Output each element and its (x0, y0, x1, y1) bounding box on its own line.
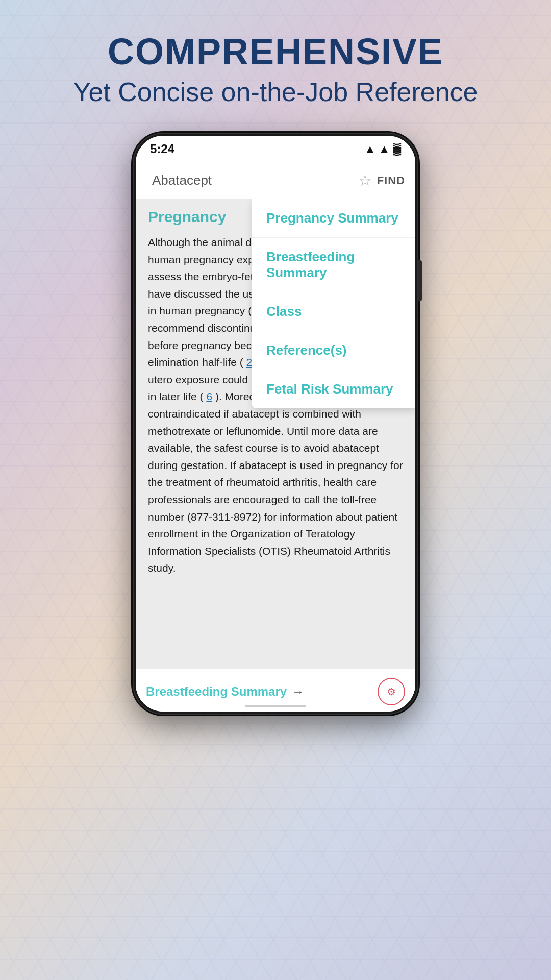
favorite-icon[interactable]: ☆ (358, 172, 372, 189)
drug-name-display: Abatacept (146, 168, 353, 192)
filter-button[interactable]: ⚙ (378, 678, 405, 705)
dropdown-item-class[interactable]: Class (252, 292, 415, 331)
page-header: COMPREHENSIVE Yet Concise on-the-Job Ref… (0, 0, 551, 122)
filter-icon: ⚙ (387, 685, 396, 698)
dropdown-item-references[interactable]: Reference(s) (252, 331, 415, 370)
bottom-link-label: Breastfeeding Summary (146, 684, 287, 699)
phone-frame: 5:24 ▲ ▲ ▓ Abatacept ☆ FIND Pregnancy Al… (133, 133, 418, 715)
home-indicator (245, 705, 306, 707)
dropdown-item-fetal-risk[interactable]: Fetal Risk Summary (252, 370, 415, 408)
find-button[interactable]: FIND (377, 174, 405, 187)
search-bar[interactable]: Abatacept ☆ FIND (136, 162, 415, 199)
dropdown-item-pregnancy-summary[interactable]: Pregnancy Summary (252, 199, 415, 238)
dropdown-item-breastfeeding-summary[interactable]: Breastfeeding Summary (252, 238, 415, 292)
breastfeeding-summary-link[interactable]: Breastfeeding Summary → (146, 684, 304, 699)
phone-screen: 5:24 ▲ ▲ ▓ Abatacept ☆ FIND Pregnancy Al… (136, 136, 415, 712)
power-button (418, 260, 422, 301)
wifi-icon: ▲ (364, 142, 375, 156)
battery-icon: ▓ (393, 142, 401, 156)
header-title: COMPREHENSIVE (10, 31, 541, 72)
time-display: 5:24 (150, 142, 174, 156)
content-area: Pregnancy Although the animal data sugge… (136, 199, 415, 669)
status-bar: 5:24 ▲ ▲ ▓ (136, 136, 415, 162)
dropdown-menu: Pregnancy Summary Breastfeeding Summary … (252, 199, 415, 408)
signal-icon: ▲ (379, 142, 390, 156)
header-subtitle: Yet Concise on-the-Job Reference (10, 77, 541, 107)
arrow-icon: → (292, 684, 304, 699)
status-icons: ▲ ▲ ▓ (364, 142, 401, 156)
